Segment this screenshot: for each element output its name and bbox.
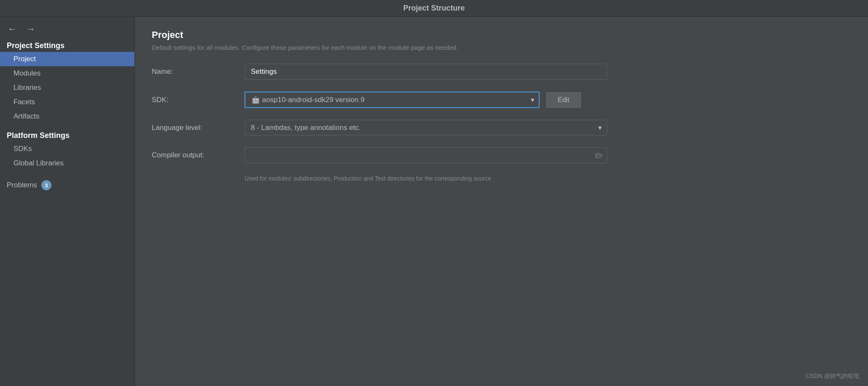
compiler-output-hint: Used for modules' subdirectories, Produc… [245, 175, 851, 182]
compiler-input-wrapper: 🗁 [245, 147, 607, 163]
content-title: Project [152, 30, 851, 40]
name-row: Name: [152, 64, 851, 80]
project-settings-header: Project Settings [0, 39, 134, 52]
problems-label: Problems [7, 181, 37, 189]
problems-badge: 3 [41, 180, 51, 190]
compiler-output-row: Compiler output: 🗁 [152, 147, 851, 163]
sidebar-item-libraries[interactable]: Libraries [0, 81, 134, 95]
sdk-select-wrapper: 🤖 aosp10-android-sdk29 version 9 ▼ [245, 92, 540, 108]
dialog-title: Project Structure [403, 4, 465, 13]
nav-controls: ← → [0, 21, 134, 39]
language-level-label: Language level: [152, 124, 245, 132]
language-select-wrapper: 8 - Lambdas, type annotations etc. 7 - D… [245, 120, 607, 135]
sidebar-divider [0, 124, 134, 129]
sidebar-item-global-libraries[interactable]: Global Libraries [0, 156, 134, 170]
sdk-container: 🤖 aosp10-android-sdk29 version 9 ▼ Edit [245, 92, 581, 108]
back-button[interactable]: ← [5, 24, 19, 35]
sidebar-item-sdks[interactable]: SDKs [0, 142, 134, 156]
platform-settings-header: Platform Settings [0, 129, 134, 142]
name-label: Name: [152, 67, 245, 76]
compiler-output-input[interactable] [245, 147, 607, 163]
sidebar-item-facets[interactable]: Facets [0, 95, 134, 109]
language-level-row: Language level: 8 - Lambdas, type annota… [152, 120, 851, 135]
content-description: Default settings for all modules. Config… [152, 44, 851, 51]
content-area: Project Default settings for all modules… [135, 17, 868, 386]
sdk-label: SDK: [152, 96, 245, 104]
compiler-output-label: Compiler output: [152, 151, 245, 159]
sdk-select[interactable]: 🤖 aosp10-android-sdk29 version 9 [245, 92, 540, 108]
sidebar: ← → Project Settings Project Modules Lib… [0, 17, 135, 386]
watermark: CSDN @帅气的铅笔 [806, 373, 860, 380]
name-input[interactable] [245, 64, 607, 80]
sidebar-item-problems[interactable]: Problems 3 [0, 177, 134, 193]
sidebar-item-artifacts[interactable]: Artifacts [0, 109, 134, 124]
sdk-row: SDK: 🤖 aosp10-android-sdk29 version 9 ▼ … [152, 92, 851, 108]
edit-button[interactable]: Edit [546, 92, 581, 108]
language-level-select[interactable]: 8 - Lambdas, type annotations etc. 7 - D… [245, 120, 607, 135]
forward-button[interactable]: → [24, 24, 38, 35]
sidebar-item-modules[interactable]: Modules [0, 66, 134, 81]
sidebar-item-project[interactable]: Project [0, 52, 134, 66]
